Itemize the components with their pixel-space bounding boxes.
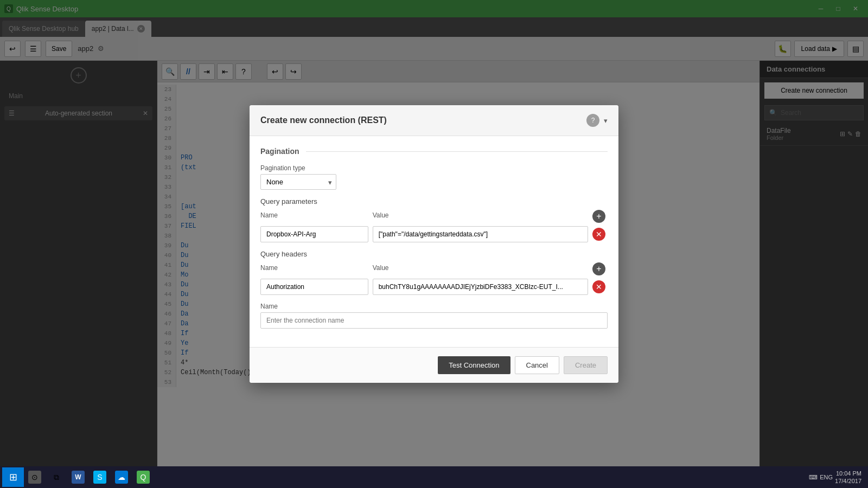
query-headers-label: Query headers bbox=[260, 250, 608, 258]
create-label: Create bbox=[575, 361, 596, 369]
query-params-header-row: Name Value + bbox=[260, 210, 608, 223]
dialog-help-button[interactable]: ? bbox=[586, 114, 599, 127]
date-display: 17/4/2017 bbox=[835, 477, 861, 485]
params-value-col-label: Value bbox=[373, 211, 588, 219]
dialog-header: Create new connection (REST) ? ▾ bbox=[250, 105, 618, 136]
query-param-row-0: ✕ bbox=[260, 226, 608, 242]
dialog-overlay: Create new connection (REST) ? ▾ Paginat… bbox=[0, 0, 868, 488]
test-connection-button[interactable]: Test Connection bbox=[438, 356, 510, 374]
headers-value-col-label: Value bbox=[373, 264, 588, 272]
pagination-type-select[interactable]: None bbox=[260, 174, 336, 190]
params-name-col-label: Name bbox=[260, 211, 368, 219]
dialog-body: Pagination Pagination type None ▾ Query … bbox=[250, 136, 618, 347]
task-view-icon: ⧉ bbox=[50, 471, 63, 484]
test-connection-label: Test Connection bbox=[449, 361, 499, 369]
taskbar-app-qlik[interactable]: Q bbox=[133, 467, 153, 487]
pagination-section-divider: Pagination bbox=[260, 147, 608, 156]
keyboard-icon: ⌨ bbox=[809, 474, 818, 481]
remove-query-header-button[interactable]: ✕ bbox=[592, 280, 605, 293]
taskbar-app-word[interactable]: W bbox=[68, 467, 88, 487]
remove-query-param-button[interactable]: ✕ bbox=[592, 228, 605, 241]
headers-name-col-label: Name bbox=[260, 264, 368, 272]
pagination-type-label: Pagination type bbox=[260, 164, 608, 172]
query-headers-section: Query headers Name Value + bbox=[260, 250, 608, 295]
taskbar-right: ⌨ ENG 10:04 PM 17/4/2017 bbox=[809, 470, 866, 485]
search-taskbar-icon: ⊙ bbox=[28, 471, 41, 484]
create-button[interactable]: Create bbox=[564, 356, 608, 374]
onedrive-icon: ☁ bbox=[115, 471, 128, 484]
taskbar-app-onedrive[interactable]: ☁ bbox=[112, 467, 131, 487]
query-headers-header-row: Name Value + bbox=[260, 262, 608, 275]
cancel-button[interactable]: Cancel bbox=[515, 356, 559, 374]
create-connection-dialog: Create new connection (REST) ? ▾ Paginat… bbox=[250, 105, 618, 383]
query-param-value-input[interactable] bbox=[373, 226, 588, 242]
taskbar-app-cortana[interactable]: ⊙ bbox=[25, 467, 44, 487]
cancel-label: Cancel bbox=[526, 361, 548, 369]
word-icon: W bbox=[72, 471, 85, 484]
pagination-label: Pagination bbox=[260, 147, 299, 156]
qlik-icon: Q bbox=[137, 471, 150, 484]
dialog-dropdown-icon[interactable]: ▾ bbox=[604, 117, 608, 125]
query-params-label: Query parameters bbox=[260, 197, 608, 206]
skype-icon: S bbox=[93, 471, 106, 484]
dialog-title: Create new connection (REST) bbox=[260, 115, 387, 125]
query-header-row-0: ✕ bbox=[260, 279, 608, 295]
taskbar-app-taskview[interactable]: ⧉ bbox=[47, 467, 66, 487]
taskbar: ⊞ ⊙ ⧉ W S ☁ Q ⌨ ENG 10:04 PM 17/4/2017 bbox=[0, 466, 868, 488]
dialog-footer: Test Connection Cancel Create bbox=[250, 347, 618, 383]
start-button[interactable]: ⊞ bbox=[2, 467, 24, 487]
query-param-name-input[interactable] bbox=[260, 226, 368, 242]
pagination-type-row: Pagination type None ▾ bbox=[260, 164, 608, 190]
connection-name-label: Name bbox=[260, 303, 608, 310]
query-header-name-input[interactable] bbox=[260, 279, 368, 295]
query-header-value-input[interactable] bbox=[373, 279, 588, 295]
add-query-param-button[interactable]: + bbox=[592, 210, 605, 223]
lang-label: ENG bbox=[820, 474, 833, 480]
time-display: 10:04 PM bbox=[835, 470, 861, 477]
system-time: 10:04 PM 17/4/2017 bbox=[835, 470, 861, 485]
taskbar-app-skype[interactable]: S bbox=[90, 467, 110, 487]
connection-name-row: Name bbox=[260, 303, 608, 329]
connection-name-input[interactable] bbox=[260, 312, 608, 329]
query-params-section: Query parameters Name Value + bbox=[260, 197, 608, 242]
add-query-header-button[interactable]: + bbox=[592, 262, 605, 275]
